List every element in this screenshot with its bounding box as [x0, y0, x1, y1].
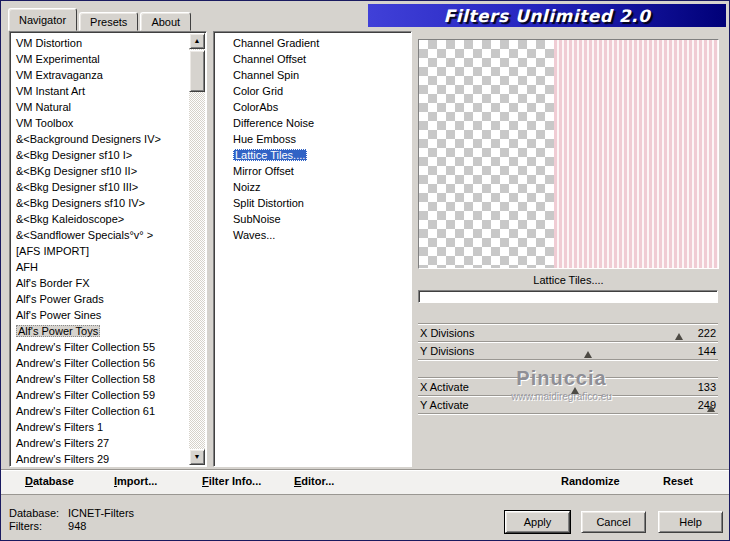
apply-button[interactable]: Apply: [505, 511, 570, 533]
category-item[interactable]: Andrew's Filter Collection 56: [12, 355, 188, 371]
filter-item[interactable]: ColorAbs: [229, 99, 409, 115]
database-status-label: Database:: [9, 507, 65, 519]
slider-thumb-icon[interactable]: [675, 333, 683, 340]
cancel-button[interactable]: Cancel: [581, 511, 646, 533]
slider-thumb-icon[interactable]: [571, 387, 579, 394]
help-button[interactable]: Help: [658, 511, 723, 533]
category-item[interactable]: &<Bkg Kaleidoscope>: [12, 211, 188, 227]
filters-status-value: 948: [68, 520, 86, 532]
category-item[interactable]: &<Background Designers IV>: [12, 131, 188, 147]
scrollbar-thumb[interactable]: [189, 50, 205, 92]
tab-about[interactable]: About: [140, 12, 191, 31]
param-slider-y-divisions[interactable]: Y Divisions144: [418, 342, 718, 360]
category-listbox: VM DistortionVM ExperimentalVM Extravaga…: [9, 31, 207, 467]
reset-button[interactable]: Reset: [663, 475, 693, 487]
category-item[interactable]: &<Sandflower Specials°v° >: [12, 227, 188, 243]
scroll-up-button[interactable]: ▲: [189, 33, 205, 49]
param-group: X Activate133Y Activate249: [418, 377, 718, 414]
param-group: X Divisions222Y Divisions144: [418, 323, 718, 360]
preview-area: [418, 39, 719, 269]
progress-bar: [418, 290, 718, 303]
category-item[interactable]: &<Bkg Designer sf10 I>: [12, 147, 188, 163]
param-slider-y-activate[interactable]: Y Activate249: [418, 396, 718, 414]
current-filter-name: Lattice Tiles....: [418, 274, 719, 286]
selected-category: Alf's Power Toys: [16, 325, 100, 337]
filter-item[interactable]: Channel Offset: [229, 51, 409, 67]
filter-listbox: Channel GradientChannel OffsetChannel Sp…: [213, 31, 412, 467]
filter-item[interactable]: Color Grid: [229, 83, 409, 99]
param-value: 144: [698, 342, 718, 360]
param-label: X Divisions: [418, 327, 474, 339]
category-item[interactable]: &<BKg Designer sf10 II>: [12, 163, 188, 179]
category-item[interactable]: &<Bkg Designers sf10 IV>: [12, 195, 188, 211]
scroll-up-icon: ▲: [190, 34, 204, 48]
preview-panel: Lattice Tiles.... X Divisions222Y Divisi…: [414, 31, 723, 467]
category-item[interactable]: VM Distortion: [12, 35, 188, 51]
selected-filter: Lattice Tiles....: [233, 149, 307, 161]
category-item[interactable]: Andrew's Filters 29: [12, 451, 188, 464]
category-item[interactable]: &<Bkg Designer sf10 III>: [12, 179, 188, 195]
category-item[interactable]: Andrew's Filter Collection 61: [12, 403, 188, 419]
category-scrollbar[interactable]: ▲ ▼: [189, 33, 205, 465]
category-item[interactable]: Andrew's Filters 1: [12, 419, 188, 435]
param-slider-x-divisions[interactable]: X Divisions222: [418, 324, 718, 342]
param-value: 222: [698, 324, 718, 342]
category-list[interactable]: VM DistortionVM ExperimentalVM Extravaga…: [12, 35, 188, 464]
import-button[interactable]: Import...: [114, 475, 157, 487]
title-banner: Filters Unlimited 2.0: [368, 4, 726, 27]
preview-filtered-region: [554, 40, 718, 268]
param-label: X Activate: [418, 381, 469, 393]
filter-item[interactable]: Channel Gradient: [229, 35, 409, 51]
category-item[interactable]: Alf's Power Toys: [12, 323, 188, 339]
slider-thumb-icon[interactable]: [584, 351, 592, 358]
param-slider-x-activate[interactable]: X Activate133: [418, 378, 718, 396]
scroll-down-button[interactable]: ▼: [189, 449, 205, 465]
category-item[interactable]: Alf's Power Sines: [12, 307, 188, 323]
category-item[interactable]: VM Experimental: [12, 51, 188, 67]
category-item[interactable]: AFH: [12, 259, 188, 275]
tab-bar: NavigatorPresetsAbout: [8, 6, 191, 31]
category-item[interactable]: VM Extravaganza: [12, 67, 188, 83]
param-label: Y Divisions: [418, 345, 474, 357]
editor-button[interactable]: Editor...: [294, 475, 334, 487]
category-item[interactable]: Andrew's Filters 27: [12, 435, 188, 451]
status-bar: Database: ICNET-Filters Filters: 948 App…: [1, 496, 729, 540]
tab-presets[interactable]: Presets: [79, 12, 138, 31]
filter-item[interactable]: SubNoise: [229, 211, 409, 227]
category-item[interactable]: Andrew's Filter Collection 55: [12, 339, 188, 355]
filter-item[interactable]: Waves...: [229, 227, 409, 243]
command-bar: Database Import... Filter Info... Editor…: [1, 469, 729, 495]
database-button[interactable]: Database: [25, 475, 74, 487]
filter-item[interactable]: Split Distortion: [229, 195, 409, 211]
filter-info-button[interactable]: Filter Info...: [202, 475, 261, 487]
filter-item[interactable]: Difference Noise: [229, 115, 409, 131]
filter-item[interactable]: Mirror Offset: [229, 163, 409, 179]
filters-status-label: Filters:: [9, 520, 65, 532]
filters-status: Filters: 948: [9, 520, 86, 532]
filters-unlimited-window: NavigatorPresetsAbout Filters Unlimited …: [0, 0, 730, 541]
param-label: Y Activate: [418, 399, 469, 411]
category-item[interactable]: Alf's Power Grads: [12, 291, 188, 307]
filter-list[interactable]: Channel GradientChannel OffsetChannel Sp…: [214, 35, 409, 464]
tab-navigator[interactable]: Navigator: [8, 8, 77, 31]
database-status: Database: ICNET-Filters: [9, 507, 134, 519]
category-item[interactable]: Andrew's Filter Collection 59: [12, 387, 188, 403]
scroll-down-icon: ▼: [190, 450, 204, 464]
category-item[interactable]: VM Natural: [12, 99, 188, 115]
category-item[interactable]: Alf's Border FX: [12, 275, 188, 291]
filter-item[interactable]: Noizz: [229, 179, 409, 195]
filter-item[interactable]: Hue Emboss: [229, 131, 409, 147]
filter-item[interactable]: Lattice Tiles....: [229, 147, 409, 163]
preview-transparent-region: [419, 40, 554, 268]
category-item[interactable]: VM Toolbox: [12, 115, 188, 131]
database-status-value: ICNET-Filters: [68, 507, 134, 519]
filter-item[interactable]: Channel Spin: [229, 67, 409, 83]
slider-thumb-icon[interactable]: [707, 405, 715, 412]
randomize-button[interactable]: Randomize: [561, 475, 620, 487]
param-value: 133: [698, 378, 718, 396]
category-item[interactable]: VM Instant Art: [12, 83, 188, 99]
category-item[interactable]: Andrew's Filter Collection 58: [12, 371, 188, 387]
param-list: X Divisions222Y Divisions144X Activate13…: [418, 323, 718, 431]
category-item[interactable]: [AFS IMPORT]: [12, 243, 188, 259]
window-title: Filters Unlimited 2.0: [444, 6, 651, 26]
